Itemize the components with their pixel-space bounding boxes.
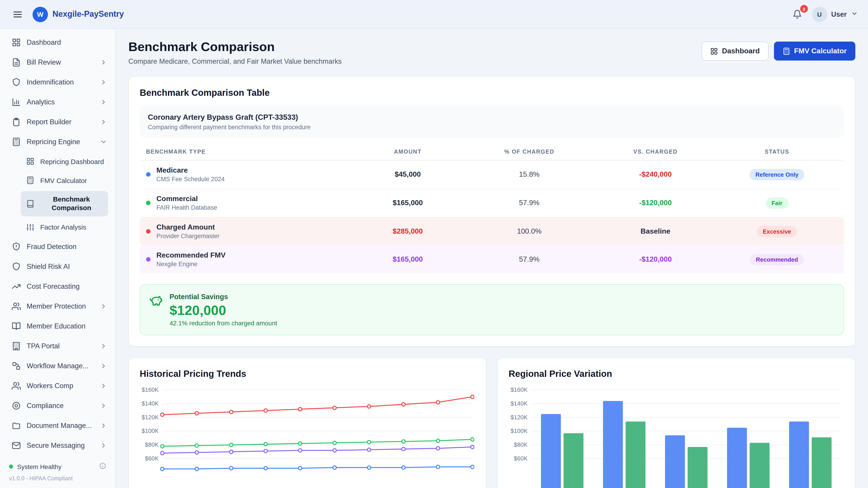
dashboard-button-label: Dashboard: [722, 47, 760, 55]
pct-of-charged-cell: 57.9%: [464, 199, 595, 207]
sidebar-item-label: Member Education: [27, 322, 86, 330]
series-dot: [146, 201, 151, 205]
amount-cell: $165,000: [352, 255, 464, 263]
chevron-right-icon: [100, 382, 107, 389]
page-header: Benchmark Comparison Compare Medicare, C…: [128, 40, 855, 66]
chevron-right-icon: [100, 98, 107, 106]
procedure-panel: Coronary Artery Bypass Graft (CPT-33533)…: [140, 106, 844, 137]
avatar: U: [812, 6, 827, 22]
chevron-right-icon: [100, 442, 107, 449]
benchmark-source: Provider Chargemaster: [156, 233, 219, 239]
chevron-down-icon: [851, 10, 858, 19]
chevron-right-icon: [100, 402, 107, 409]
sidebar-item-member-education[interactable]: Member Education: [0, 316, 115, 336]
menu-button[interactable]: [10, 6, 25, 22]
svg-text:$100K: $100K: [142, 427, 159, 434]
savings-note: 42.1% reduction from charged amount: [169, 320, 277, 327]
benchmark-source: Nexgile Engine: [156, 261, 225, 267]
benchmark-name: Charged Amount: [156, 223, 219, 231]
benchmark-row-commercial[interactable]: CommercialFAIR Health Database$165,00057…: [140, 189, 844, 217]
building-icon: [12, 341, 21, 350]
column-header-status: STATUS: [716, 149, 838, 155]
info-icon[interactable]: [99, 462, 106, 471]
status-dot: [9, 464, 13, 468]
chart-title: Historical Pricing Trends: [140, 369, 475, 379]
brand[interactable]: W Nexgile-PaySentry: [33, 6, 124, 22]
amount-cell: $45,000: [352, 170, 464, 178]
page-subtitle: Compare Medicare, Commercial, and Fair M…: [128, 57, 342, 66]
pct-of-charged-cell: 15.8%: [464, 170, 595, 178]
sidebar-item-compliance[interactable]: Compliance: [0, 396, 115, 416]
chevron-right-icon: [100, 78, 107, 86]
shield-icon: [12, 78, 21, 87]
sidebar-item-repricing-engine[interactable]: Repricing Engine: [0, 132, 115, 152]
fmv-calculator-button-label: FMV Calculator: [794, 47, 847, 55]
chevron-right-icon: [100, 362, 107, 369]
sidebar-item-fraud-detection[interactable]: Fraud Detection: [0, 236, 115, 256]
sidebar-item-label: Secure Messaging: [27, 441, 85, 449]
procedure-name: Coronary Artery Bypass Graft (CPT-33533): [148, 113, 836, 122]
sidebar-item-repricing-dashboard[interactable]: Repricing Dashboard: [0, 152, 115, 171]
sidebar-item-label: Document Manage...: [27, 421, 92, 429]
sidebar-item-workflow-manage[interactable]: Workflow Manage...: [0, 356, 115, 376]
user-menu[interactable]: U User: [812, 6, 858, 22]
brand-name: Nexgile-PaySentry: [53, 9, 124, 19]
top-bar: W Nexgile-PaySentry 3 U User: [0, 0, 868, 29]
sidebar-item-shield-risk-ai[interactable]: Shield Risk AI: [0, 256, 115, 276]
sidebar-item-benchmark-comparison[interactable]: Benchmark Comparison: [21, 191, 108, 216]
sidebar-item-bill-review[interactable]: Bill Review: [0, 53, 115, 72]
sidebar-item-dashboard[interactable]: Dashboard: [0, 33, 115, 53]
sidebar-item-label: Bill Review: [27, 58, 61, 66]
sidebar-item-workers-comp[interactable]: Workers Comp: [0, 376, 115, 396]
regional-variation-chart: $160K$140K$120K$100K$80K$60K: [508, 385, 843, 488]
historical-trends-card: Historical Pricing Trends $160K$140K$120…: [128, 357, 487, 488]
sidebar-item-analytics[interactable]: Analytics: [0, 92, 115, 112]
info-icon: [99, 462, 106, 469]
chevron-right-icon: [100, 59, 107, 66]
table-header-row: BENCHMARK TYPEAMOUNT% OF CHARGEDVS. CHAR…: [140, 144, 844, 160]
sidebar-item-label: FMV Calculator: [40, 176, 87, 184]
benchmark-table: BENCHMARK TYPEAMOUNT% OF CHARGEDVS. CHAR…: [140, 144, 844, 273]
sidebar-item-report-builder[interactable]: Report Builder: [0, 112, 115, 132]
mail-icon: [12, 441, 21, 450]
benchmark-row-recommended-fmv[interactable]: Recommended FMVNexgile Engine$165,00057.…: [140, 246, 844, 273]
version-label: v1.0.0 - HIPAA Compliant: [9, 475, 106, 482]
vs-charged-cell: -$240,000: [595, 170, 716, 178]
savings-title: Potential Savings: [169, 293, 277, 301]
benchmark-row-medicare[interactable]: MedicareCMS Fee Schedule 2024$45,00015.8…: [140, 160, 844, 189]
bar-chart-icon: [12, 98, 21, 107]
chevron-down-icon: [851, 10, 858, 17]
sidebar-item-label: Benchmark Comparison: [40, 195, 103, 212]
sidebar: DashboardBill ReviewIndemnificationAnaly…: [0, 29, 116, 488]
notifications-button[interactable]: 3: [789, 7, 804, 22]
dashboard-button[interactable]: Dashboard: [702, 41, 768, 61]
trending-up-icon: [12, 282, 21, 291]
benchmark-name: Recommended FMV: [156, 251, 225, 259]
page-title: Benchmark Comparison: [128, 40, 342, 54]
card-title: Benchmark Comparison Table: [140, 88, 844, 98]
svg-text:$140K: $140K: [510, 400, 528, 407]
grid-icon: [26, 157, 34, 165]
column-header-of-charged: % OF CHARGED: [464, 149, 595, 155]
amount-cell: $165,000: [352, 199, 464, 207]
sidebar-item-label: TPA Portal: [27, 342, 60, 350]
sidebar-item-factor-analysis[interactable]: Factor Analysis: [0, 218, 115, 236]
sidebar-item-secure-messaging[interactable]: Secure Messaging: [0, 435, 115, 455]
system-status-label: System Healthy: [17, 463, 61, 470]
sidebar-item-member-protection[interactable]: Member Protection: [0, 296, 115, 316]
sidebar-item-cost-forecasting[interactable]: Cost Forecasting: [0, 276, 115, 296]
sidebar-item-indemnification[interactable]: Indemnification: [0, 72, 115, 92]
status-badge: Fair: [766, 197, 788, 208]
sidebar-item-fmv-calculator[interactable]: FMV Calculator: [0, 171, 115, 190]
sidebar-item-document-manage[interactable]: Document Manage...: [0, 416, 115, 435]
system-status: System Healthy: [9, 462, 106, 471]
sidebar-footer: System Healthy v1.0.0 - HIPAA Compliant: [0, 457, 115, 488]
sliders-icon: [26, 223, 34, 231]
piggy-bank-icon: [149, 294, 163, 307]
svg-text:$120K: $120K: [510, 414, 528, 421]
chevron-right-icon: [100, 302, 107, 310]
table-body: MedicareCMS Fee Schedule 2024$45,00015.8…: [140, 160, 844, 273]
fmv-calculator-button[interactable]: FMV Calculator: [774, 41, 855, 61]
benchmark-row-charged-amount[interactable]: Charged AmountProvider Chargemaster$285,…: [140, 217, 844, 246]
sidebar-item-tpa-portal[interactable]: TPA Portal: [0, 336, 115, 356]
